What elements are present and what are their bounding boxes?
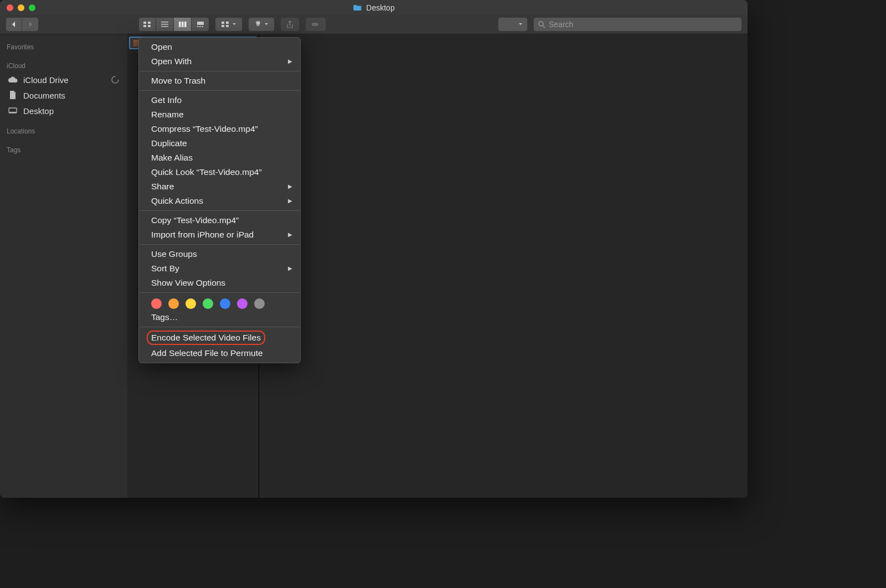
tag-gray[interactable] [254, 298, 265, 309]
tags-button[interactable] [305, 17, 326, 32]
tag-red[interactable] [151, 298, 162, 309]
menu-rename[interactable]: Rename [139, 107, 300, 122]
menu-add-permute[interactable]: Add Selected File to Permute [139, 346, 300, 360]
menu-import-ios[interactable]: Import from iPhone or iPad▶ [139, 228, 300, 242]
svg-rect-2 [143, 25, 146, 27]
maximize-button[interactable] [29, 4, 35, 11]
search-input[interactable] [549, 20, 737, 29]
tag-green[interactable] [203, 298, 213, 309]
list-view-button[interactable] [156, 17, 174, 32]
svg-rect-10 [197, 22, 204, 25]
menu-quick-look[interactable]: Quick Look “Test-Video.mp4” [139, 165, 300, 179]
menu-make-alias[interactable]: Make Alias [139, 151, 300, 165]
menu-encode-video[interactable]: Encode Selected Video Files [139, 329, 300, 346]
sidebar-item-label: Desktop [23, 106, 54, 116]
tag-blue[interactable] [220, 298, 230, 309]
sidebar-heading-icloud: iCloud [0, 59, 127, 72]
svg-rect-9 [184, 22, 187, 27]
desktop-icon [8, 107, 18, 115]
tag-icon [311, 21, 320, 28]
svg-rect-1 [148, 22, 151, 24]
sidebar-item-desktop[interactable]: Desktop [0, 103, 127, 118]
sidebar-item-documents[interactable]: Documents [0, 87, 127, 103]
submenu-arrow-icon: ▶ [288, 195, 292, 207]
menu-compress[interactable]: Compress “Test-Video.mp4” [139, 122, 300, 136]
svg-rect-7 [179, 22, 181, 27]
share-button[interactable] [280, 17, 300, 32]
menu-share[interactable]: Share▶ [139, 179, 300, 194]
svg-rect-4 [161, 22, 168, 23]
group-button[interactable] [215, 17, 243, 32]
menu-separator [140, 244, 300, 245]
search-icon [538, 21, 545, 28]
menu-open[interactable]: Open [139, 40, 300, 54]
action-button[interactable] [248, 17, 275, 32]
sync-icon [111, 75, 120, 84]
submenu-arrow-icon: ▶ [288, 55, 292, 68]
cloud-icon [8, 76, 18, 83]
highlight-annotation: Encode Selected Video Files [147, 331, 265, 345]
submenu-arrow-icon: ▶ [288, 180, 292, 193]
nav-buttons [6, 17, 39, 32]
gallery-view-button[interactable] [192, 17, 209, 32]
menu-separator [140, 90, 300, 91]
menu-show-view-options[interactable]: Show View Options [139, 276, 300, 290]
sidebar-heading-favorites: Favorites [0, 40, 127, 53]
svg-rect-13 [202, 26, 203, 27]
menu-tags[interactable]: Tags… [139, 310, 300, 324]
toolbar [0, 15, 748, 34]
svg-rect-6 [161, 26, 168, 27]
svg-rect-12 [199, 26, 201, 27]
svg-rect-3 [148, 25, 151, 27]
dropdown-button[interactable] [498, 17, 528, 32]
back-button[interactable] [6, 17, 22, 32]
submenu-arrow-icon: ▶ [288, 262, 292, 275]
svg-rect-16 [222, 25, 224, 27]
menu-tag-colors [139, 295, 300, 310]
menu-separator [140, 210, 300, 211]
body: Favorites iCloud iCloud Drive Documents [0, 34, 748, 498]
menu-duplicate[interactable]: Duplicate [139, 136, 300, 151]
menu-separator [140, 292, 300, 293]
sidebar-item-label: Documents [23, 91, 65, 100]
view-mode-segment [138, 17, 209, 32]
svg-point-19 [539, 22, 543, 26]
svg-rect-14 [222, 22, 224, 24]
menu-use-groups[interactable]: Use Groups [139, 247, 300, 261]
sidebar-item-label: iCloud Drive [23, 75, 69, 85]
minimize-button[interactable] [18, 4, 24, 11]
menu-separator [140, 71, 300, 71]
menu-quick-actions[interactable]: Quick Actions▶ [139, 194, 300, 208]
svg-rect-0 [143, 22, 146, 24]
forward-button[interactable] [22, 17, 39, 32]
svg-line-20 [543, 25, 545, 28]
svg-point-21 [112, 76, 119, 83]
menu-copy[interactable]: Copy “Test-Video.mp4” [139, 213, 300, 228]
column-view-button[interactable] [174, 17, 192, 32]
svg-rect-15 [226, 22, 229, 24]
icon-view-button[interactable] [138, 17, 156, 32]
traffic-lights [0, 4, 35, 11]
svg-rect-23 [9, 112, 16, 113]
sidebar: Favorites iCloud iCloud Drive Documents [0, 34, 127, 498]
tag-orange[interactable] [168, 298, 179, 309]
tag-purple[interactable] [237, 298, 248, 309]
sidebar-heading-locations: Locations [0, 124, 127, 137]
svg-rect-8 [182, 22, 184, 27]
close-button[interactable] [7, 4, 13, 11]
menu-get-info[interactable]: Get Info [139, 93, 300, 107]
menu-sort-by[interactable]: Sort By▶ [139, 261, 300, 276]
finder-window: Desktop [0, 0, 748, 498]
svg-rect-11 [197, 26, 199, 27]
documents-icon [8, 91, 18, 100]
search-field[interactable] [533, 17, 742, 32]
menu-move-to-trash[interactable]: Move to Trash [139, 74, 300, 88]
window-title: Desktop [366, 3, 394, 12]
tag-yellow[interactable] [186, 298, 196, 309]
folder-icon [353, 4, 362, 11]
sidebar-item-icloud-drive[interactable]: iCloud Drive [0, 72, 127, 87]
submenu-arrow-icon: ▶ [288, 229, 292, 241]
share-icon [286, 20, 293, 29]
svg-rect-17 [226, 25, 229, 27]
menu-open-with[interactable]: Open With▶ [139, 54, 300, 69]
